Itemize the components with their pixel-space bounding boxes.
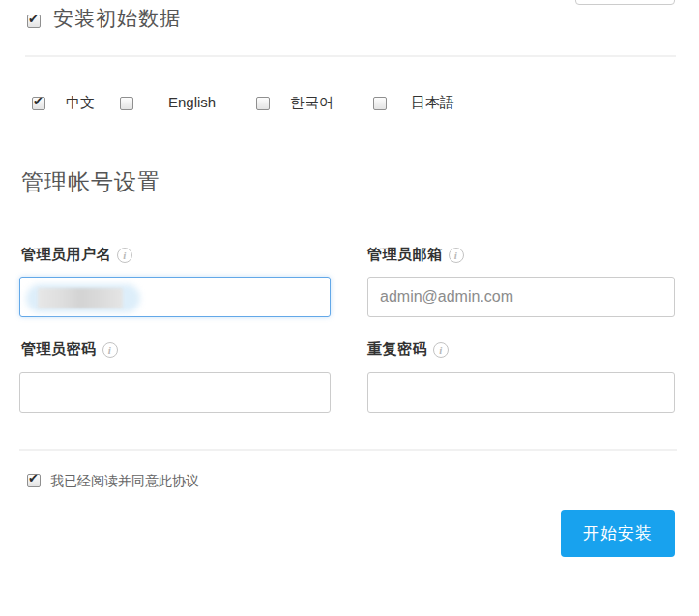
admin-username-input[interactable] <box>19 277 331 317</box>
top-partial-input[interactable] <box>575 0 675 5</box>
repeat-password-label: 重复密码 i <box>367 340 449 359</box>
language-label-ko: 한국어 <box>290 94 334 112</box>
admin-username-label-text: 管理员用户名 <box>21 246 111 264</box>
admin-username-label: 管理员用户名 i <box>21 246 132 264</box>
info-icon[interactable]: i <box>117 248 132 263</box>
language-label-ja: 日本語 <box>411 94 454 112</box>
language-label-en: English <box>168 94 216 110</box>
install-initial-data-checkbox[interactable]: ✔ <box>27 15 41 28</box>
install-initial-data-label: 安装初始数据 <box>53 5 181 32</box>
admin-password-input[interactable] <box>19 372 331 413</box>
admin-password-label-text: 管理员密码 <box>21 340 97 359</box>
admin-email-label-text: 管理员邮箱 <box>367 246 443 264</box>
info-icon[interactable]: i <box>449 248 464 263</box>
agreement-label: 我已经阅读并同意此协议 <box>50 473 199 490</box>
language-checkbox-ko[interactable] <box>256 97 270 110</box>
info-icon[interactable]: i <box>102 342 118 358</box>
repeat-password-label-text: 重复密码 <box>367 340 427 359</box>
admin-email-label: 管理员邮箱 i <box>367 246 464 264</box>
repeat-password-input[interactable] <box>367 372 675 413</box>
start-install-button[interactable]: 开始安装 <box>561 510 675 557</box>
check-icon: ✔ <box>28 472 39 485</box>
divider-top <box>25 55 676 57</box>
divider-bottom <box>19 449 677 451</box>
language-checkbox-en[interactable] <box>120 97 133 110</box>
admin-section-title: 管理帐号设置 <box>21 167 160 197</box>
admin-password-label: 管理员密码 i <box>21 340 118 359</box>
language-checkbox-ja[interactable] <box>373 97 387 110</box>
language-label-zh: 中文 <box>66 94 95 112</box>
check-icon: ✔ <box>33 95 44 108</box>
admin-email-input[interactable] <box>367 277 675 317</box>
language-checkbox-zh[interactable]: ✔ <box>32 97 45 110</box>
info-icon[interactable]: i <box>433 342 449 358</box>
check-icon: ✔ <box>28 13 39 26</box>
install-wizard-page: ✔ 安装初始数据 ✔ 中文 English 한국어 日本語 管理帐号设置 管理员… <box>0 0 699 616</box>
agreement-checkbox[interactable]: ✔ <box>27 474 41 487</box>
